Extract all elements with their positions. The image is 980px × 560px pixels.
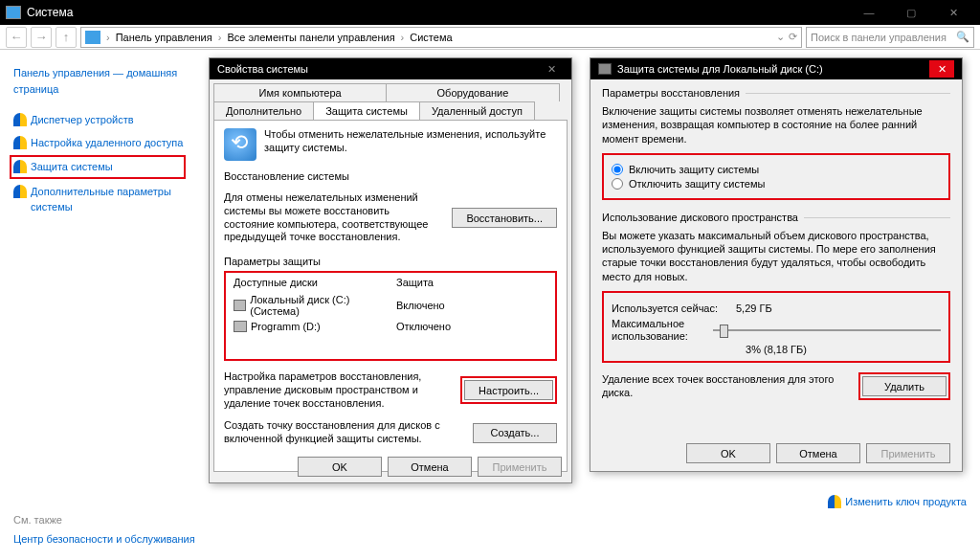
apply-button[interactable]: Применить [478, 457, 562, 477]
sidebar-item-advanced-settings[interactable]: Дополнительные параметры системы [13, 182, 186, 217]
create-description: Создать точку восстановления для дисков … [224, 419, 463, 446]
ok-button[interactable]: OK [298, 457, 382, 477]
sidebar-item-device-manager[interactable]: Диспетчер устройств [13, 110, 186, 130]
drive-icon [234, 321, 247, 332]
tab-bar: Имя компьютера Оборудование Дополнительн… [210, 79, 571, 120]
search-input[interactable]: Поиск в панели управления 🔍 [806, 27, 974, 48]
system-icon [6, 6, 21, 19]
breadcrumb[interactable]: Все элементы панели управления [227, 32, 394, 43]
sidebar-item-label[interactable]: Дополнительные параметры системы [31, 184, 186, 215]
protection-params-label: Параметры защиты [224, 256, 557, 267]
table-row[interactable]: Локальный диск (C:) (Система) Включено [226, 292, 555, 319]
radio-label: Отключить защиту системы [629, 178, 765, 190]
tab-hardware[interactable]: Оборудование [386, 83, 559, 101]
sidebar-item-label[interactable]: Защита системы [31, 159, 113, 175]
shield-icon [828, 495, 841, 508]
sidebar-item-label[interactable]: Диспетчер устройств [31, 112, 134, 128]
see-also-label: См. также [13, 514, 195, 526]
drive-icon [234, 300, 246, 311]
sidebar: Панель управления — домашняя страница Ди… [0, 50, 199, 560]
close-icon[interactable]: ✕ [929, 60, 954, 78]
security-center-link[interactable]: Центр безопасности и обслуживания [13, 531, 195, 548]
cancel-button[interactable]: Отмена [388, 457, 472, 477]
radio-enable-protection[interactable]: Включить защиту системы [612, 164, 941, 175]
minimize-button[interactable]: — [848, 0, 890, 25]
delete-button[interactable]: Удалить [862, 376, 947, 396]
usage-highlight: Используется сейчас: 5,29 ГБ Максимально… [602, 291, 950, 363]
delete-highlight: Удалить [858, 372, 950, 400]
restore-params-text: Включение защиты системы позволяет отмен… [602, 104, 950, 146]
restore-params-group: Параметры восстановления [602, 87, 950, 99]
shield-icon [13, 113, 27, 126]
col-drives-header: Доступные диски [234, 277, 396, 288]
control-panel-home-link[interactable]: Панель управления — домашняя страница [13, 65, 186, 97]
cancel-button[interactable]: Отмена [776, 443, 860, 463]
radio-label: Включить защиту системы [629, 164, 759, 175]
forward-button[interactable]: → [31, 27, 52, 48]
tab-remote[interactable]: Удаленный доступ [419, 101, 535, 120]
slider-thumb[interactable] [720, 325, 728, 338]
maximize-button[interactable]: ▢ [890, 0, 932, 25]
ok-button[interactable]: OK [686, 443, 770, 463]
radio-input[interactable] [612, 164, 623, 175]
restore-button[interactable]: Восстановить... [452, 208, 557, 228]
breadcrumb[interactable]: Панель управления [116, 32, 212, 43]
configure-button[interactable]: Настроить... [464, 380, 553, 400]
close-button[interactable]: ✕ [932, 0, 974, 25]
address-bar[interactable]: › Панель управления › Все элементы панел… [80, 27, 802, 48]
max-usage-slider[interactable] [713, 323, 941, 338]
content-area: Свойства системы ✕ Имя компьютера Оборуд… [199, 50, 980, 560]
up-button[interactable]: ↑ [56, 27, 77, 48]
tab-computer-name[interactable]: Имя компьютера [213, 83, 387, 101]
shield-icon [13, 136, 27, 149]
restore-icon [224, 128, 256, 161]
radio-disable-protection[interactable]: Отключить защиту системы [612, 178, 941, 190]
table-row[interactable]: Programm (D:) Отключено [226, 319, 555, 334]
window-titlebar: Система — ▢ ✕ [0, 0, 980, 25]
intro-text: Чтобы отменить нежелательные изменения, … [264, 128, 557, 161]
close-icon[interactable]: ✕ [539, 60, 564, 78]
drive-icon [598, 63, 612, 75]
shield-icon [13, 185, 27, 198]
sidebar-item-system-protection[interactable]: Защита системы [10, 155, 186, 179]
slider-value: 3% (8,18 ГБ) [612, 344, 941, 355]
drives-table-highlight: Доступные диски Защита Локальный диск (C… [224, 271, 557, 361]
radio-highlight: Включить защиту системы Отключить защиту… [602, 153, 950, 200]
back-button[interactable]: ← [6, 27, 27, 48]
drives-table: Доступные диски Защита Локальный диск (C… [226, 273, 555, 334]
tab-advanced[interactable]: Дополнительно [213, 101, 314, 120]
sidebar-item-remote-settings[interactable]: Настройка удаленного доступа [13, 133, 186, 153]
refresh-icon[interactable]: ⟳ [789, 31, 797, 43]
system-properties-dialog: Свойства системы ✕ Имя компьютера Оборуд… [209, 57, 572, 483]
drive-status: Включено [396, 300, 445, 311]
drive-name: Programm (D:) [251, 321, 321, 332]
dialog-titlebar[interactable]: Свойства системы ✕ [210, 58, 571, 79]
restore-section-label: Восстановление системы [224, 170, 557, 182]
drive-name: Локальный диск (C:) (Система) [250, 294, 392, 317]
tab-system-protection[interactable]: Защита системы [313, 101, 420, 120]
computer-icon [85, 31, 100, 44]
disk-usage-group: Использование дискового пространства [602, 212, 950, 223]
col-protection-header: Защита [396, 277, 434, 288]
apply-button[interactable]: Применить [866, 443, 950, 463]
chevron-down-icon[interactable]: ⌄ [776, 31, 785, 43]
shield-icon [13, 160, 27, 173]
radio-input[interactable] [612, 178, 623, 190]
dialog-titlebar[interactable]: Защита системы для Локальный диск (C:) ✕ [590, 58, 962, 79]
change-key-link[interactable]: Изменить ключ продукта [845, 496, 967, 507]
search-placeholder: Поиск в панели управления [811, 32, 947, 43]
breadcrumb[interactable]: Система [410, 32, 452, 43]
search-icon: 🔍 [956, 31, 969, 43]
disk-usage-text: Вы можете указать максимальный объем дис… [602, 229, 950, 283]
dialog-title: Защита системы для Локальный диск (C:) [617, 63, 823, 75]
change-product-key[interactable]: Изменить ключ продукта [828, 495, 967, 508]
delete-description: Удаление всех точек восстановления для э… [602, 373, 849, 400]
configure-description: Настройка параметров восстановления, упр… [224, 370, 451, 410]
create-button[interactable]: Создать... [473, 423, 557, 443]
protection-settings-dialog: Защита системы для Локальный диск (C:) ✕… [590, 57, 963, 472]
window-title: Система [27, 6, 848, 19]
dialog-title: Свойства системы [217, 63, 308, 75]
sidebar-item-label[interactable]: Настройка удаленного доступа [31, 135, 183, 151]
see-also-section: См. также Центр безопасности и обслужива… [13, 514, 195, 548]
nav-toolbar: ← → ↑ › Панель управления › Все элементы… [0, 25, 980, 50]
